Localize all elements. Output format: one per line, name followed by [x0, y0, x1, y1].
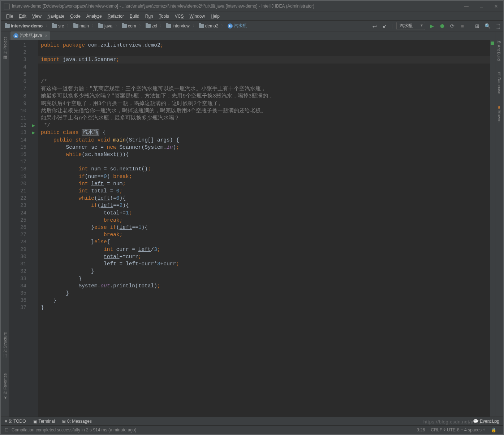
watermark: https://blog.csdn.net/a772304419 [423, 419, 499, 425]
menu-help[interactable]: Help [208, 13, 222, 19]
tool-ant[interactable]: 🐜 Ant Build [496, 37, 502, 63]
status-message: Compilation completed successfully in 2 … [9, 427, 139, 432]
menu-edit[interactable]: Edit [17, 13, 29, 19]
debug-icon[interactable]: ⬢ [439, 23, 445, 29]
status-icon: ☐ [5, 427, 9, 432]
folder-icon [52, 24, 57, 28]
run-gutter-icon[interactable]: ▶ [29, 122, 38, 129]
tool-messages[interactable]: ⊞ 0: Messages [62, 419, 92, 424]
settings-icon[interactable]: ⬚ [494, 23, 501, 29]
breadcrumb: interview-demo〉 src〉 main〉 java〉 com〉 zx… [3, 22, 371, 30]
lock-icon[interactable]: 🔒 [488, 427, 499, 432]
run-gutter-icon[interactable]: ▶ [29, 129, 38, 136]
gutter-icons: ▶ ▶ [29, 40, 38, 417]
menu-build[interactable]: Build [128, 13, 142, 19]
close-button[interactable]: ✕ [492, 3, 500, 10]
folder-icon [166, 24, 171, 28]
app-icon [4, 4, 10, 9]
line-gutter: 1234567891011121314151617181920212223242… [9, 40, 29, 417]
crumb-src[interactable]: src [51, 23, 65, 29]
menu-vcs[interactable]: VCS [173, 13, 186, 19]
crumb-main[interactable]: main [72, 23, 90, 29]
tool-terminal[interactable]: ▣ Terminal [33, 419, 55, 424]
maximize-button[interactable]: ☐ [477, 3, 486, 10]
stop-icon[interactable]: ■ [459, 23, 466, 29]
minimize-button[interactable]: — [462, 3, 471, 10]
folder-icon [146, 24, 151, 28]
crumb-java[interactable]: java [97, 23, 114, 29]
menu-tools[interactable]: Tools [157, 13, 171, 19]
tool-todo[interactable]: ≡ 6: TODO [5, 419, 26, 424]
caret-position[interactable]: 3:26 [414, 427, 428, 432]
tool-structure[interactable]: ⬚ 2: Structure [2, 330, 8, 361]
run-config-select[interactable]: 汽水瓶 ▾ [396, 22, 425, 30]
menu-refactor[interactable]: Refactor [105, 13, 126, 19]
crumb-root[interactable]: interview-demo [3, 23, 44, 29]
folder-icon [5, 24, 10, 28]
coverage-icon[interactable]: ⟳ [449, 23, 456, 29]
code-editor[interactable]: public package com.zxl.interview.demo2; … [38, 40, 490, 417]
folder-icon [122, 24, 127, 28]
menu-navigate[interactable]: Navigate [45, 13, 66, 19]
tool-maven[interactable]: m Maven [496, 104, 502, 125]
crumb-demo2[interactable]: demo2 [198, 23, 220, 29]
tab-label: 汽水瓶.java [20, 32, 42, 39]
crumb-zxl[interactable]: zxl [144, 23, 159, 29]
menu-analyze[interactable]: Analyze [84, 13, 104, 19]
class-icon: C [13, 33, 18, 38]
editor-tab[interactable]: C 汽水瓶.java × [10, 31, 50, 40]
menubar: File Edit View Navigate Code Analyze Ref… [1, 12, 503, 21]
structure-icon[interactable]: ⊞ [474, 23, 481, 29]
crumb-interview[interactable]: interview [165, 23, 191, 29]
search-icon[interactable]: 🔍 [484, 23, 491, 29]
menu-window[interactable]: Window [187, 13, 207, 19]
menu-run[interactable]: Run [143, 13, 155, 19]
folder-icon [98, 24, 103, 28]
menu-code[interactable]: Code [68, 13, 83, 19]
run-icon[interactable]: ▶ [429, 23, 435, 29]
editor-scrollbar[interactable] [490, 40, 495, 417]
close-tab-icon[interactable]: × [45, 33, 47, 38]
crumb-class[interactable]: C汽水瓶 [226, 22, 248, 30]
tool-project[interactable]: ▦ 1: Project [2, 35, 8, 62]
folder-icon [73, 24, 78, 28]
tool-favorites[interactable]: ★ 2: Favorites [2, 371, 8, 402]
back-icon[interactable]: ⮐ [371, 23, 378, 29]
sync-icon[interactable]: ↙ [382, 23, 388, 29]
window-title: interview-demo [D:\develop\workspace\int… [12, 3, 462, 9]
inspection-ok-icon [491, 42, 494, 45]
encoding-info[interactable]: CRLF ÷ UTE-8 ÷ 4 spaces ÷ [428, 427, 488, 432]
menu-view[interactable]: View [30, 13, 44, 19]
crumb-com[interactable]: com [120, 23, 138, 29]
class-icon: C [228, 23, 233, 29]
folder-icon [199, 24, 204, 28]
menu-file[interactable]: File [4, 13, 15, 19]
tool-database[interactable]: 🗄 Database [496, 70, 502, 96]
